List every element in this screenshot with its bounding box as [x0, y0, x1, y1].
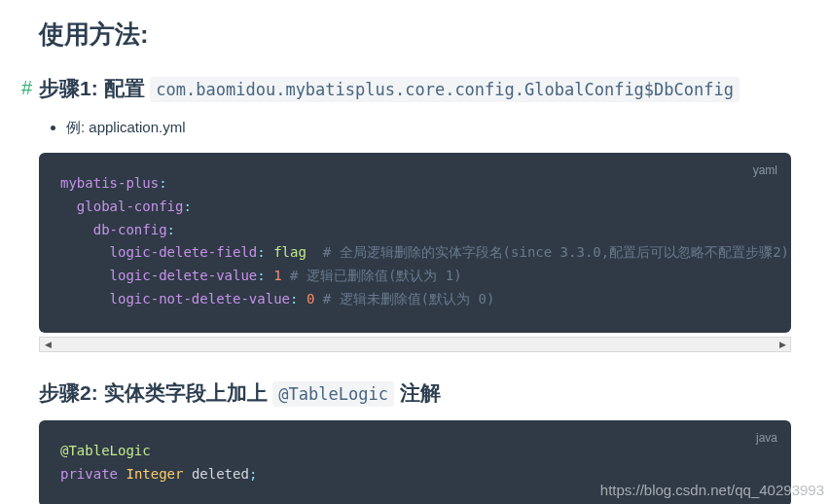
yaml-key: mybatis-plus: [60, 175, 159, 191]
java-annotation: @TableLogic: [60, 443, 151, 458]
yaml-colon: :: [257, 244, 273, 260]
scroll-right-arrow-icon[interactable]: ▶: [775, 338, 790, 351]
scroll-track[interactable]: [55, 338, 775, 351]
yaml-code-block: yamlmybatis-plus: global-config: db-conf…: [39, 153, 791, 333]
yaml-comment: # 全局逻辑删除的实体字段名(since 3.3.0,配置后可以忽略不配置步骤2…: [307, 244, 789, 260]
step2-suffix: 注解: [394, 381, 441, 404]
yaml-colon: :: [167, 222, 175, 237]
java-semicolon: ;: [249, 466, 257, 482]
step2-heading: 步骤2: 实体类字段上加上 @TableLogic 注解: [39, 379, 791, 407]
yaml-colon: :: [257, 268, 273, 283]
scroll-left-arrow-icon[interactable]: ◀: [40, 338, 55, 351]
step2-prefix: 步骤2: 实体类字段上加上: [39, 381, 272, 404]
step1-prefix: 步骤1: 配置: [39, 77, 150, 99]
step1-heading: # 步骤1: 配置 com.baomidou.mybatisplus.core.…: [39, 75, 791, 102]
yaml-value: flag: [273, 244, 307, 260]
page-title: 使用方法:: [39, 18, 791, 52]
step1-config-class: com.baomidou.mybatisplus.core.config.Glo…: [150, 77, 740, 102]
horizontal-scrollbar[interactable]: ◀ ▶: [39, 337, 791, 352]
yaml-key: db-config: [93, 222, 167, 237]
step1-list: 例: application.yml: [39, 116, 791, 139]
anchor-icon[interactable]: #: [21, 77, 32, 99]
yaml-comment: # 逻辑未删除值(默认为 0): [314, 291, 494, 306]
yaml-colon: :: [159, 175, 166, 191]
list-item: 例: application.yml: [66, 116, 791, 139]
yaml-colon: :: [183, 198, 191, 214]
java-type: Integer: [126, 466, 183, 482]
java-keyword: private: [60, 466, 118, 482]
yaml-comment: # 逻辑已删除值(默认为 1): [282, 268, 462, 283]
code-lang-label: java: [756, 428, 777, 448]
java-field: deleted: [183, 466, 248, 482]
yaml-key: logic-delete-field: [110, 244, 258, 260]
code-lang-label: yaml: [753, 161, 777, 180]
yaml-key: global-config: [77, 198, 184, 214]
yaml-colon: :: [290, 291, 307, 306]
yaml-key: logic-not-delete-value: [110, 291, 290, 306]
yaml-key: logic-delete-value: [110, 268, 258, 283]
java-code-block: java@TableLogic private Integer deleted;: [39, 420, 791, 504]
yaml-value: 1: [273, 268, 281, 283]
step2-annotation: @TableLogic: [272, 381, 394, 407]
